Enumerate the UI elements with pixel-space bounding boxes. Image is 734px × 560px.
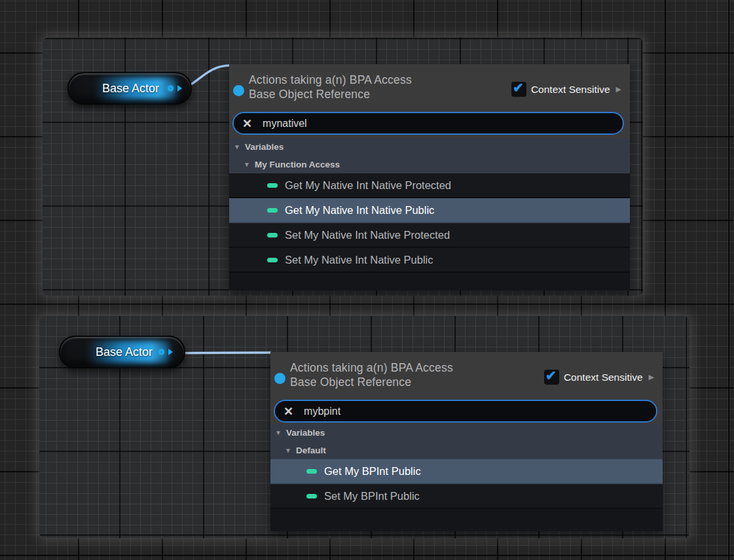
group-label: Default xyxy=(296,446,326,455)
menu-header: Actions taking a(n) BPA Access Base Obje… xyxy=(270,352,663,424)
list-item[interactable]: Set My BPInt Public xyxy=(270,484,663,509)
pin-type-dot-icon xyxy=(274,373,285,384)
blueprint-graph-canvas[interactable]: Base Actor Base Actor Actions taking a(n… xyxy=(0,0,734,560)
action-list: ▼ Variables ▼ Default Get My BPInt Publi… xyxy=(270,424,663,531)
object-output-pin-icon[interactable] xyxy=(158,349,164,355)
variable-pill-icon xyxy=(306,469,317,474)
collapse-triangle-icon: ▼ xyxy=(244,161,250,168)
pin-arrow-icon xyxy=(168,349,173,355)
group-label: Variables xyxy=(286,428,325,438)
variable-pill-icon xyxy=(267,183,278,188)
item-label: Get My Native Int Native Public xyxy=(285,204,434,217)
menu-title-line1: Actions taking a(n) BPA Access xyxy=(290,360,453,375)
collapse-triangle-icon: ▼ xyxy=(234,143,240,150)
list-item-selected[interactable]: Get My Native Int Native Public xyxy=(229,198,630,223)
group-variables[interactable]: ▼ Variables xyxy=(229,138,630,156)
menu-title-line1: Actions taking a(n) BPA Access xyxy=(249,73,412,87)
node-label: Base Actor xyxy=(96,345,153,359)
action-list: ▼ Variables ▼ My Function Access Get My … xyxy=(229,138,630,290)
menu-title-line2: Base Object Reference xyxy=(290,375,453,389)
item-label: Set My BPInt Public xyxy=(324,490,420,502)
check-mark-icon: ✔ xyxy=(545,368,557,383)
list-item[interactable]: Get My Native Int Native Protected xyxy=(229,173,630,198)
variable-pill-icon xyxy=(267,258,278,262)
pin-type-dot-icon xyxy=(233,85,244,96)
group-default[interactable]: ▼ Default xyxy=(270,442,663,459)
item-label: Get My Native Int Native Protected xyxy=(285,179,451,192)
node-label: Base Actor xyxy=(102,82,159,96)
list-item-selected[interactable]: Get My BPInt Public xyxy=(270,459,663,484)
list-item[interactable]: Set My Native Int Native Public xyxy=(229,248,630,273)
checkbox-checked-icon[interactable]: ✔ xyxy=(511,82,526,97)
object-output-pin-icon[interactable] xyxy=(168,86,174,92)
checkbox-checked-icon[interactable]: ✔ xyxy=(544,370,559,385)
menu-title-line2: Base Object Reference xyxy=(249,87,412,101)
list-item[interactable]: Set My Native Int Native Protected xyxy=(229,223,630,248)
check-mark-icon: ✔ xyxy=(513,80,524,96)
item-label: Get My BPInt Public xyxy=(324,465,421,478)
context-menu-bottom: Actions taking a(n) BPA Access Base Obje… xyxy=(270,352,663,531)
search-query-text: mynativel xyxy=(263,118,307,130)
variable-pill-icon xyxy=(267,233,278,237)
base-actor-node-bottom[interactable]: Base Actor xyxy=(59,336,185,368)
collapse-triangle-icon: ▼ xyxy=(285,447,291,454)
group-variables[interactable]: ▼ Variables xyxy=(270,424,663,442)
chevron-right-icon[interactable]: ▶ xyxy=(616,85,621,94)
search-input[interactable]: ✕ mynativel xyxy=(232,112,624,135)
context-sensitive-toggle[interactable]: ✔ Context Sensitive ▶ xyxy=(511,82,621,97)
clear-search-icon[interactable]: ✕ xyxy=(242,118,252,130)
variable-pill-icon xyxy=(306,494,317,499)
base-actor-node-top[interactable]: Base Actor xyxy=(67,72,192,105)
clear-search-icon[interactable]: ✕ xyxy=(284,406,293,417)
group-my-function-access[interactable]: ▼ My Function Access xyxy=(229,156,630,173)
search-query-text: mybpint xyxy=(304,406,340,417)
group-label: Variables xyxy=(245,142,284,152)
collapse-triangle-icon: ▼ xyxy=(275,429,282,436)
context-menu-top: Actions taking a(n) BPA Access Base Obje… xyxy=(229,64,630,290)
context-sensitive-toggle[interactable]: ✔ Context Sensitive ▶ xyxy=(544,370,654,385)
item-label: Set My Native Int Native Public xyxy=(285,254,433,266)
item-label: Set My Native Int Native Protected xyxy=(285,229,450,241)
menu-header: Actions taking a(n) BPA Access Base Obje… xyxy=(229,64,630,138)
group-label: My Function Access xyxy=(255,160,340,169)
pin-arrow-icon xyxy=(177,85,182,92)
chevron-right-icon[interactable]: ▶ xyxy=(649,373,654,381)
context-sensitive-label: Context Sensitive xyxy=(564,372,643,383)
menu-title: Actions taking a(n) BPA Access Base Obje… xyxy=(249,73,412,101)
variable-pill-icon xyxy=(267,208,278,213)
menu-title: Actions taking a(n) BPA Access Base Obje… xyxy=(290,360,453,389)
search-input[interactable]: ✕ mybpint xyxy=(274,400,657,423)
context-sensitive-label: Context Sensitive xyxy=(531,84,610,96)
